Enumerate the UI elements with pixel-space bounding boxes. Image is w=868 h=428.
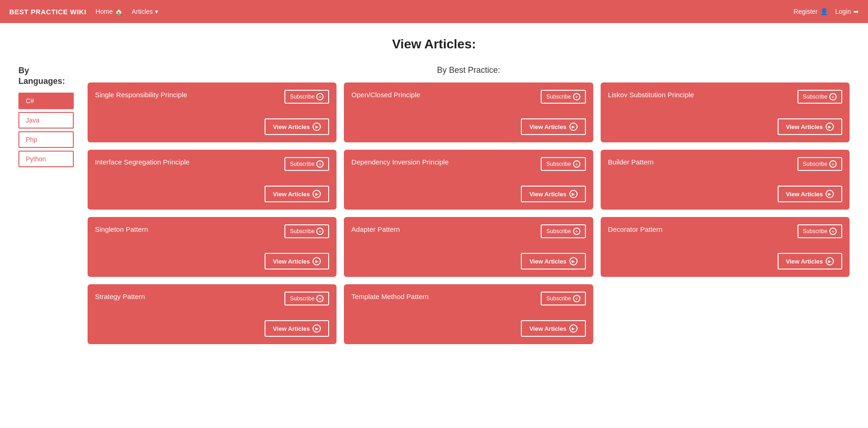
plus-circle-icon: + [316,160,324,168]
home-label: Home [95,8,112,15]
view-label: View Articles [273,325,310,332]
articles-label: Articles [132,8,153,15]
card-title: Builder Pattern [608,157,793,167]
plus-circle-icon: + [829,93,837,100]
subscribe-label: Subscribe [546,161,571,167]
view-articles-button[interactable]: View Articles ► [265,253,329,270]
card-title: Decorator Pattern [608,224,793,234]
lang-btn-c#[interactable]: C# [18,93,74,109]
card-title: Single Responsibility Principle [95,90,280,100]
plus-circle-icon: + [573,228,580,235]
view-articles-button[interactable]: View Articles ► [521,186,585,202]
subscribe-button[interactable]: Subscribe + [797,90,842,104]
subscribe-label: Subscribe [546,94,571,100]
article-card: Dependency Inversion Principle Subscribe… [344,150,593,210]
lang-btn-python[interactable]: Python [18,151,74,167]
nav-left: BEST PRACTICE WIKI Home 🏠 Articles ▾ [9,8,158,16]
home-link[interactable]: Home 🏠 [95,8,122,15]
subscribe-button[interactable]: Subscribe + [284,90,329,104]
view-articles-button[interactable]: View Articles ► [778,118,842,135]
login-link[interactable]: Login ➡ [835,8,859,15]
nav-right: Register 👤 Login ➡ [794,8,859,15]
article-card: Decorator Pattern Subscribe + View Artic… [601,217,850,277]
card-top: Interface Segregation Principle Subscrib… [95,157,329,171]
plus-circle-icon: + [573,295,580,302]
card-bottom: View Articles ► [95,320,329,337]
article-card: Template Method Pattern Subscribe + View… [344,284,593,344]
subscribe-button[interactable]: Subscribe + [797,157,842,171]
brand-title: BEST PRACTICE WIKI [9,8,86,16]
view-articles-button[interactable]: View Articles ► [265,186,329,202]
login-icon: ➡ [853,8,859,15]
card-top: Strategy Pattern Subscribe + [95,292,329,305]
view-articles-button[interactable]: View Articles ► [778,186,842,202]
article-card: Singleton Pattern Subscribe + View Artic… [88,217,337,277]
view-label: View Articles [786,191,823,198]
card-bottom: View Articles ► [351,253,585,270]
card-title: Singleton Pattern [95,224,280,234]
register-label: Register [794,8,818,15]
arrow-circle-icon: ► [313,324,321,333]
card-bottom: View Articles ► [351,186,585,202]
subscribe-button[interactable]: Subscribe + [284,292,329,305]
subscribe-label: Subscribe [803,228,827,235]
view-articles-button[interactable]: View Articles ► [521,253,585,270]
card-title: Template Method Pattern [351,292,536,301]
register-link[interactable]: Register 👤 [794,8,828,15]
arrow-circle-icon: ► [826,190,834,198]
card-title: Liskov Substitution Principle [608,90,793,100]
sidebar: ByLanguages: C#JavaPhpPython [18,65,74,344]
lang-btn-php[interactable]: Php [18,131,74,148]
subscribe-label: Subscribe [803,161,827,167]
arrow-circle-icon: ► [826,123,834,131]
view-articles-button[interactable]: View Articles ► [265,118,329,135]
card-top: Dependency Inversion Principle Subscribe… [351,157,585,171]
card-bottom: View Articles ► [95,253,329,270]
subscribe-button[interactable]: Subscribe + [541,292,585,305]
card-top: Template Method Pattern Subscribe + [351,292,585,305]
lang-btn-java[interactable]: Java [18,112,74,129]
view-articles-button[interactable]: View Articles ► [778,253,842,270]
arrow-circle-icon: ► [569,190,578,198]
card-bottom: View Articles ► [608,118,842,135]
subscribe-label: Subscribe [546,295,571,302]
article-card: Strategy Pattern Subscribe + View Articl… [88,284,337,344]
view-articles-button[interactable]: View Articles ► [521,118,585,135]
card-title: Dependency Inversion Principle [351,157,536,167]
subscribe-button[interactable]: Subscribe + [541,90,585,104]
card-title: Interface Segregation Principle [95,157,280,167]
plus-circle-icon: + [316,93,324,100]
home-icon: 🏠 [115,8,123,15]
view-label: View Articles [273,191,310,198]
view-label: View Articles [786,123,823,130]
section-heading: By Best Practice: [88,65,850,75]
articles-link[interactable]: Articles ▾ [132,8,158,15]
plus-circle-icon: + [316,295,324,302]
view-articles-button[interactable]: View Articles ► [265,320,329,337]
subscribe-button[interactable]: Subscribe + [541,224,585,238]
subscribe-button[interactable]: Subscribe + [541,157,585,171]
subscribe-button[interactable]: Subscribe + [284,224,329,238]
subscribe-label: Subscribe [803,94,827,100]
card-bottom: View Articles ► [351,320,585,337]
view-articles-button[interactable]: View Articles ► [521,320,585,337]
plus-circle-icon: + [829,160,837,168]
card-title: Open/Closed Principle [351,90,536,100]
navbar: BEST PRACTICE WIKI Home 🏠 Articles ▾ Reg… [0,0,868,23]
view-label: View Articles [273,123,310,130]
arrow-circle-icon: ► [569,257,578,265]
arrow-circle-icon: ► [313,190,321,198]
card-top: Single Responsibility Principle Subscrib… [95,90,329,104]
view-label: View Articles [529,325,566,332]
subscribe-button[interactable]: Subscribe + [797,224,842,238]
view-label: View Articles [273,258,310,265]
main-content: View Articles: ByLanguages: C#JavaPhpPyt… [0,23,868,358]
view-label: View Articles [529,123,566,130]
plus-circle-icon: + [316,228,324,235]
card-bottom: View Articles ► [608,253,842,270]
articles-grid: Single Responsibility Principle Subscrib… [88,82,850,344]
article-card: Liskov Substitution Principle Subscribe … [601,82,850,142]
subscribe-button[interactable]: Subscribe + [284,157,329,171]
view-label: View Articles [786,258,823,265]
card-bottom: View Articles ► [351,118,585,135]
